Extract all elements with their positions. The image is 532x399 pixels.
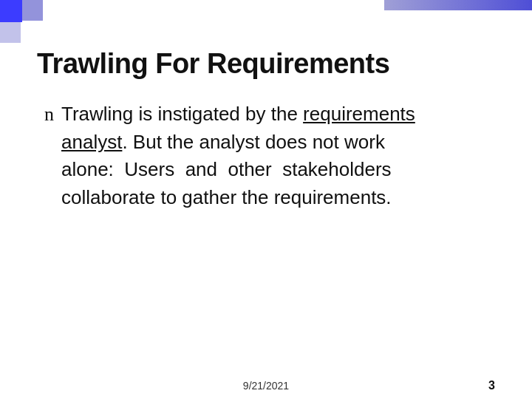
requirements-analyst-link: requirementsanalyst [61,103,415,153]
line3-text: collaborate to gather the requirements. [61,186,392,208]
bullet-item: n Trawling is instigated by the requirem… [44,100,495,212]
top-right-bar [384,0,532,10]
bullet-text: Trawling is instigated by the requiremen… [61,100,415,212]
slide: Trawling For Requirements n Trawling is … [0,0,532,399]
footer-date: 9/21/2021 [243,380,289,392]
line1-text: Trawling is instigated by the requiremen… [61,103,415,208]
slide-title: Trawling For Requirements [37,48,495,80]
bullet-marker: n [44,102,54,127]
footer-page-number: 3 [488,379,495,392]
slide-content: n Trawling is instigated by the requirem… [44,100,495,212]
corner-decoration [0,0,44,44]
